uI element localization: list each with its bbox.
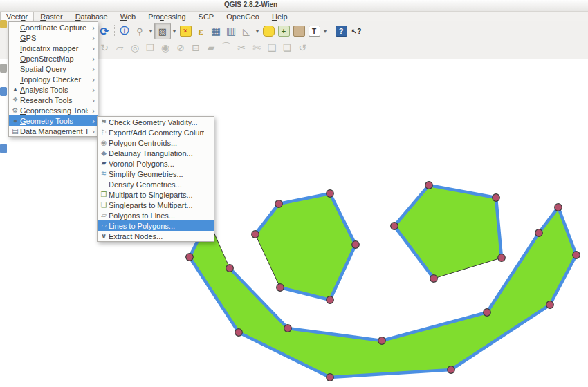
show-bookmarks-icon [293,26,305,37]
rotate-feature-icon: ↻ [100,42,109,53]
add-ring-button: ◎ [127,40,143,55]
select-features-button[interactable]: ▧ [154,23,171,39]
submenu-arrow-icon: › [88,117,98,125]
menubar-item-scp[interactable]: SCP [192,12,221,21]
menu-item-data-management-tools[interactable]: ▤Data Management Tools› [9,126,98,136]
menu-item-extract-nodes[interactable]: ∨Extract Nodes... [98,231,214,241]
simplify-feature-icon: ▱ [116,42,124,53]
vertex-marker [448,366,455,374]
merge-features-button: ❑ [264,40,279,55]
toolbar-separator [329,24,333,38]
select-by-expression-button[interactable]: ε [193,23,208,39]
field-calculator-button[interactable]: ▥ [223,23,239,39]
menubar-item-opengeo[interactable]: OpenGeo [220,12,266,21]
vertex-marker [484,309,491,317]
help-contents-button[interactable]: ? [333,23,349,39]
menu-item-coordinate-capture[interactable]: Coordinate Capture› [9,22,98,32]
show-bookmarks-button[interactable] [291,23,306,39]
menu-item-geoprocessing-tools[interactable]: ⚙Geoprocessing Tools› [9,105,98,115]
zoom-to-feature-dropdown[interactable]: ▾ [147,28,154,35]
refresh-icon: ⟳ [100,25,109,38]
menu-item-lines-to-polygons[interactable]: ▱Lines to Polygons... [98,220,214,231]
left-eye-polygon [255,194,356,300]
menu-item-voronoi-polygons[interactable]: ▰Voronoi Polygons... [98,158,214,169]
menu-item-label: Check Geometry Validity... [109,118,204,126]
refresh-button[interactable]: ⟳ [97,23,112,39]
simplify-feature-button: ▱ [112,40,127,55]
toolbar-separator [112,24,117,38]
menu-item-label: Delaunay Triangulation... [109,149,204,158]
measure-button[interactable]: ◺ [239,23,254,39]
zoom-to-feature-button[interactable]: ⚲ [132,23,147,39]
menu-item-label: Analysis Tools [20,86,88,94]
menu-item-densify-geometries[interactable]: Densify Geometries... [98,179,214,189]
map-tips-button[interactable] [261,23,276,39]
window-title: QGIS 2.8.2-Wien [0,1,502,8]
partial-toolbar-icon-2 [0,64,7,73]
data-management-tools-icon: ▤ [10,126,20,136]
menubar-item-database[interactable]: Database [69,12,114,21]
menu-item-research-tools[interactable]: ❖Research Tools› [9,95,98,105]
whats-this-icon: ↖? [351,28,362,35]
vertex-marker [498,254,506,262]
menu-item-simplify-geometries[interactable]: ≈Simplify Geometries... [98,169,214,179]
menu-item-label: Coordinate Capture [20,23,88,32]
menu-item-label: Extract Nodes... [109,232,204,240]
menubar-item-help[interactable]: Help [266,12,294,21]
menu-bar: VectorRasterDatabaseWebProcessingSCPOpen… [0,12,588,21]
text-annotation-dropdown[interactable]: ▾ [322,28,329,35]
reshape-features-button: ▰ [203,40,219,55]
menu-item-polygons-to-lines[interactable]: ▱Polygons to Lines... [98,210,214,220]
vertex-marker [277,284,284,292]
menu-item-topology-checker[interactable]: Topology Checker› [9,74,98,84]
whats-this-button[interactable]: ↖? [349,23,364,39]
menubar-item-web[interactable]: Web [114,12,142,21]
menu-item-label: Research Tools [20,96,88,104]
map-tips-icon [263,26,275,37]
lines-to-polygons-icon: ▱ [99,220,109,231]
identify-features-button[interactable]: ⓘ [117,23,132,39]
delete-ring-icon: ⊘ [176,42,185,53]
geometry-tools-submenu: ⚑Check Geometry Validity...⚐Export/Add G… [97,116,214,242]
delete-part-icon: ⊟ [192,42,200,53]
menu-item-export-add-geometry-columns[interactable]: ⚐Export/Add Geometry Columns... [98,127,214,138]
vertex-marker [378,337,386,345]
menu-item-spatial-query[interactable]: Spatial Query› [9,64,98,74]
identify-features-icon: ⓘ [120,25,129,37]
vertex-marker [352,241,360,249]
text-annotation-icon: T [309,26,320,37]
menu-item-check-geometry-validity[interactable]: ⚑Check Geometry Validity... [98,117,214,127]
menu-item-polygon-centroids[interactable]: ◉Polygon Centroids... [98,138,214,148]
menu-item-geometry-tools[interactable]: ●Geometry Tools› [9,115,98,126]
menu-item-label: Export/Add Geometry Columns... [109,129,204,137]
add-part-button: ❐ [143,40,158,55]
deselect-features-button[interactable]: ✕ [178,23,193,39]
menubar-item-processing[interactable]: Processing [142,12,192,21]
menu-item-multipart-to-singleparts[interactable]: ❐Multipart to Singleparts... [98,189,214,200]
new-bookmark-button[interactable]: + [276,23,291,39]
menu-item-indicatrix-mapper[interactable]: Indicatrix mapper› [9,43,98,53]
menu-item-openstreetmap[interactable]: OpenStreetMap› [9,53,98,64]
menu-item-delaunay-triangulation[interactable]: ◆Delaunay Triangulation... [98,148,214,158]
select-features-dropdown[interactable]: ▾ [171,28,178,35]
menu-item-label: Singleparts to Multipart... [109,201,204,209]
vertex-marker [327,296,334,304]
export-geometry-columns-icon: ⚐ [99,127,109,138]
open-attribute-table-button[interactable]: ▦ [208,23,223,39]
menu-item-label: Geoprocessing Tools [20,106,88,115]
partial-toolbar-icon-1 [0,20,7,28]
delaunay-triangulation-icon: ◆ [99,148,109,158]
menu-item-singleparts-to-multipart[interactable]: ❏Singleparts to Multipart... [98,200,214,210]
vertex-marker [327,190,334,198]
submenu-arrow-icon: › [88,23,98,32]
menu-item-gps[interactable]: GPS› [9,32,98,43]
vertex-marker [546,301,554,309]
text-annotation-button[interactable]: T [306,23,322,39]
measure-dropdown[interactable]: ▾ [254,28,261,35]
menu-item-analysis-tools[interactable]: ▲Analysis Tools› [9,84,98,95]
split-features-icon: ✂ [237,42,246,53]
menubar-item-raster[interactable]: Raster [34,12,68,21]
partial-toolbar-icon-4 [0,144,7,153]
add-part-icon: ❐ [146,42,155,53]
vertex-marker [573,252,580,259]
